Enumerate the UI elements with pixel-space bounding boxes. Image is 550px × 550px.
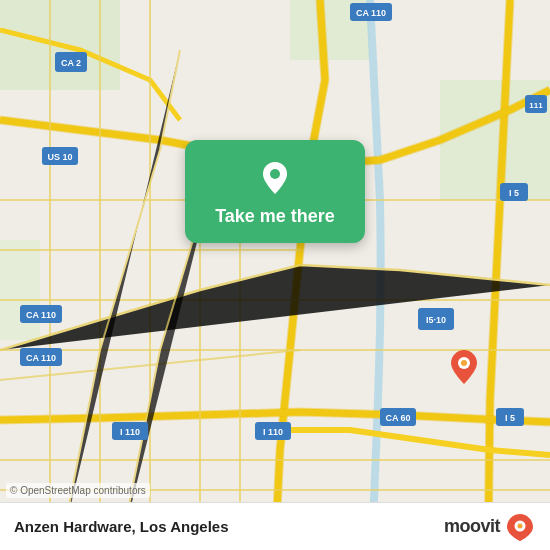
svg-text:CA 60: CA 60 bbox=[385, 413, 410, 423]
svg-point-45 bbox=[518, 523, 523, 528]
location-pin-icon bbox=[255, 158, 295, 198]
moovit-logo: moovit bbox=[444, 511, 536, 543]
copyright-notice: © OpenStreetMap contributors bbox=[6, 483, 150, 498]
bottom-info-bar: Anzen Hardware, Los Angeles moovit bbox=[0, 502, 550, 550]
svg-point-41 bbox=[270, 169, 280, 179]
moovit-text: moovit bbox=[444, 516, 500, 537]
svg-text:I5·10: I5·10 bbox=[426, 315, 446, 325]
moovit-logo-icon bbox=[504, 511, 536, 543]
map-container: CA 2 CA 110 US 10 CA 110 CA 110 I 110 I5… bbox=[0, 0, 550, 550]
svg-text:I 5: I 5 bbox=[505, 413, 515, 423]
svg-text:111: 111 bbox=[529, 101, 543, 110]
map-roads: CA 2 CA 110 US 10 CA 110 CA 110 I 110 I5… bbox=[0, 0, 550, 550]
svg-text:I 110: I 110 bbox=[120, 427, 140, 437]
place-info: Anzen Hardware, Los Angeles bbox=[14, 518, 229, 535]
popup-card[interactable]: Take me there bbox=[185, 140, 365, 243]
svg-text:I 5: I 5 bbox=[509, 188, 519, 198]
take-me-there-label: Take me there bbox=[215, 206, 335, 227]
svg-text:CA 110: CA 110 bbox=[26, 310, 56, 320]
svg-text:CA 2: CA 2 bbox=[61, 58, 81, 68]
place-name-label: Anzen Hardware, Los Angeles bbox=[14, 518, 229, 535]
svg-text:I 110: I 110 bbox=[263, 427, 283, 437]
svg-text:CA 110: CA 110 bbox=[26, 353, 56, 363]
svg-text:US 10: US 10 bbox=[47, 152, 72, 162]
svg-text:CA 110: CA 110 bbox=[356, 8, 386, 18]
svg-point-43 bbox=[461, 360, 467, 366]
moovit-location-dot bbox=[448, 348, 480, 390]
svg-rect-4 bbox=[0, 240, 40, 340]
